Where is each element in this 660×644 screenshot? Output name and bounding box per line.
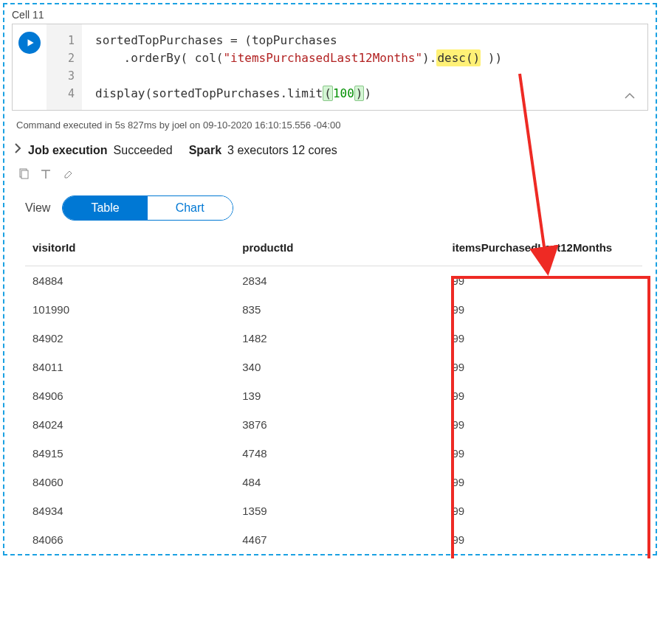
table-cell: 84902 bbox=[25, 324, 235, 353]
table-cell: 99 bbox=[444, 496, 642, 525]
table-cell: 340 bbox=[235, 353, 444, 381]
pin-icon[interactable] bbox=[40, 168, 52, 182]
table-cell: 99 bbox=[444, 324, 642, 353]
code-number: 100 bbox=[333, 86, 354, 100]
table-cell: 4748 bbox=[235, 439, 444, 468]
table-body: 8488428349910199083599849021482998401134… bbox=[25, 266, 642, 555]
table-row[interactable]: 8490613999 bbox=[25, 381, 642, 410]
tab-table[interactable]: Table bbox=[63, 196, 147, 220]
code-text: .orderBy( col( bbox=[95, 51, 223, 65]
collapse-output-icon[interactable] bbox=[624, 91, 636, 103]
job-execution-row: Job execution Succeeded Spark 3 executor… bbox=[4, 136, 656, 165]
view-toggle-row: View Table Chart bbox=[4, 190, 656, 229]
execution-status: Command executed in 5s 827ms by joel on … bbox=[4, 111, 656, 136]
table-cell: 99 bbox=[444, 410, 642, 439]
column-header-visitorid[interactable]: visitorId bbox=[25, 229, 235, 266]
code-text: )) bbox=[481, 51, 502, 65]
table-row[interactable]: 10199083599 bbox=[25, 295, 642, 324]
table-cell: 99 bbox=[444, 468, 642, 496]
table-cell: 84060 bbox=[25, 468, 235, 496]
pin-icon bbox=[40, 168, 52, 180]
table-cell: 2834 bbox=[235, 266, 444, 296]
table-row[interactable]: 84902148299 bbox=[25, 324, 642, 353]
table-cell: 84906 bbox=[25, 381, 235, 410]
code-editor[interactable]: sortedTopPurchases = (topPurchases .orde… bbox=[82, 24, 647, 110]
play-icon bbox=[25, 38, 35, 48]
table-cell: 4467 bbox=[235, 525, 444, 554]
table-row[interactable]: 8406048499 bbox=[25, 468, 642, 496]
line-number: 4 bbox=[47, 85, 75, 103]
erase-icon[interactable] bbox=[62, 168, 74, 182]
table-cell: 99 bbox=[444, 295, 642, 324]
spark-detail: 3 executors 12 cores bbox=[227, 144, 337, 157]
spark-label: Spark bbox=[189, 144, 221, 157]
notebook-cell: Cell 11 1 2 3 4 sortedTopPurchases = (to… bbox=[3, 3, 657, 555]
code-text: sortedTopPurchases = (topPurchases bbox=[95, 33, 337, 47]
table-cell: 484 bbox=[235, 468, 444, 496]
table-cell: 84066 bbox=[25, 525, 235, 554]
table-cell: 99 bbox=[444, 381, 642, 410]
line-number-gutter: 1 2 3 4 bbox=[47, 24, 82, 110]
table-cell: 99 bbox=[444, 525, 642, 554]
matched-paren: ( bbox=[323, 86, 333, 101]
line-number: 3 bbox=[47, 67, 75, 85]
view-label: View bbox=[25, 201, 50, 215]
table-cell: 84884 bbox=[25, 266, 235, 296]
run-gutter bbox=[13, 24, 47, 110]
code-string: "itemsPurchasedLast12Months" bbox=[223, 51, 422, 65]
table-cell: 1359 bbox=[235, 496, 444, 525]
run-button[interactable] bbox=[18, 32, 41, 54]
copy-icon[interactable] bbox=[18, 168, 30, 182]
code-text: display(sortedTopPurchases.limit bbox=[95, 86, 323, 100]
job-execution-label: Job execution bbox=[28, 144, 108, 157]
table-cell: 101990 bbox=[25, 295, 235, 324]
table-cell: 84011 bbox=[25, 353, 235, 381]
table-cell: 835 bbox=[235, 295, 444, 324]
chevron-right-icon bbox=[13, 142, 22, 154]
table-cell: 3876 bbox=[235, 410, 444, 439]
table-row[interactable]: 8401134099 bbox=[25, 353, 642, 381]
table-cell: 84934 bbox=[25, 496, 235, 525]
copy-icon bbox=[18, 168, 30, 180]
view-toggle: Table Chart bbox=[62, 195, 233, 221]
code-block: 1 2 3 4 sortedTopPurchases = (topPurchas… bbox=[12, 24, 648, 111]
chevron-up-icon bbox=[624, 91, 636, 100]
table-cell: 84024 bbox=[25, 410, 235, 439]
highlighted-desc-call: desc() bbox=[436, 49, 481, 66]
line-number: 2 bbox=[47, 49, 75, 67]
code-text: ). bbox=[422, 51, 436, 65]
table-cell: 1482 bbox=[235, 324, 444, 353]
cell-body: 1 2 3 4 sortedTopPurchases = (topPurchas… bbox=[4, 24, 656, 554]
table-cell: 84915 bbox=[25, 439, 235, 468]
table-row[interactable]: 84934135999 bbox=[25, 496, 642, 525]
code-text: ) bbox=[364, 86, 371, 100]
job-status-value: Succeeded bbox=[114, 144, 173, 157]
column-header-productid[interactable]: productId bbox=[235, 229, 444, 266]
column-header-itemspurchased[interactable]: itemsPurchasedLast12Months bbox=[444, 229, 642, 266]
erase-icon bbox=[62, 168, 74, 180]
table-cell: 99 bbox=[444, 353, 642, 381]
table-row[interactable]: 84024387699 bbox=[25, 410, 642, 439]
line-number: 1 bbox=[47, 32, 75, 49]
table-cell: 99 bbox=[444, 266, 642, 296]
output-toolbar bbox=[4, 165, 656, 190]
tab-chart[interactable]: Chart bbox=[148, 196, 233, 220]
table-row[interactable]: 84884283499 bbox=[25, 266, 642, 296]
table-row[interactable]: 84915474899 bbox=[25, 439, 642, 468]
svg-rect-1 bbox=[21, 170, 28, 179]
table-row[interactable]: 84066446799 bbox=[25, 525, 642, 554]
table-header-row: visitorId productId itemsPurchasedLast12… bbox=[25, 229, 642, 266]
cell-label: Cell 11 bbox=[4, 4, 656, 24]
table-cell: 99 bbox=[444, 439, 642, 468]
table-cell: 139 bbox=[235, 381, 444, 410]
results-area: visitorId productId itemsPurchasedLast12… bbox=[4, 229, 656, 554]
matched-paren: ) bbox=[354, 86, 365, 101]
expand-job-icon[interactable] bbox=[13, 142, 22, 158]
results-table: visitorId productId itemsPurchasedLast12… bbox=[25, 229, 642, 554]
